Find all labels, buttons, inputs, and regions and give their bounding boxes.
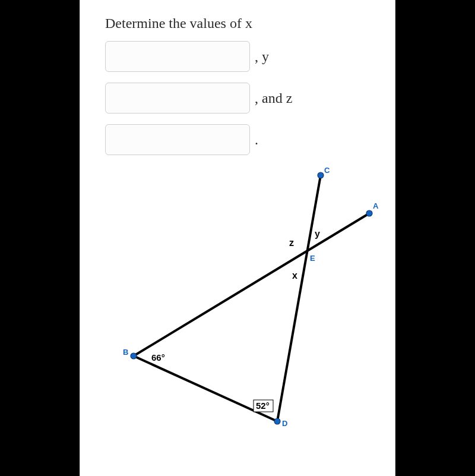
input-row-y: , and z — [105, 83, 370, 114]
var-y-label: y — [315, 229, 320, 239]
label-A: A — [373, 201, 378, 210]
after-z: . — [255, 132, 258, 148]
angle-D-value: 52° — [256, 401, 270, 411]
segment-DC — [277, 175, 321, 421]
point-C — [318, 172, 324, 178]
input-row-z: . — [105, 124, 370, 155]
var-z-label: z — [289, 238, 294, 248]
input-z[interactable] — [105, 124, 250, 155]
label-C: C — [324, 166, 330, 175]
point-D — [274, 418, 280, 424]
geometry-diagram: 52° 66° x z y B D A C E — [105, 166, 378, 427]
label-B: B — [123, 348, 128, 357]
input-row-x: , y — [105, 41, 370, 72]
input-y[interactable] — [105, 83, 250, 114]
label-D: D — [282, 419, 287, 427]
after-x: , y — [255, 49, 269, 65]
angle-B-value: 66° — [151, 352, 165, 362]
diagram-svg: 52° 66° x z y B D A C E — [105, 166, 378, 427]
var-x-label: x — [292, 270, 297, 280]
worksheet-page: Determine the values of x , y , and z . … — [80, 0, 395, 476]
segment-BA — [134, 213, 369, 356]
point-A — [366, 210, 372, 216]
point-B — [131, 353, 137, 359]
after-y: , and z — [255, 90, 292, 106]
label-E: E — [310, 254, 315, 263]
question-stem: Determine the values of x — [105, 14, 370, 33]
input-x[interactable] — [105, 41, 250, 72]
